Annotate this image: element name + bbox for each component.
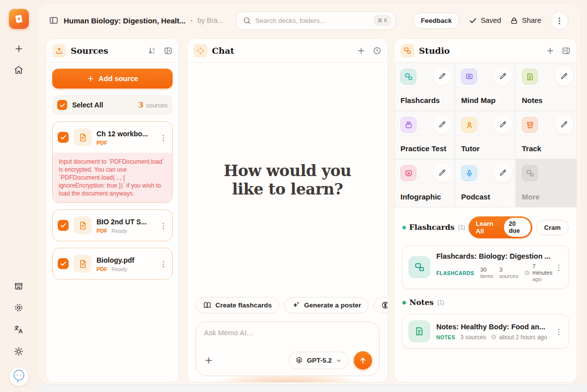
left-rail <box>0 0 37 392</box>
brain-icon <box>381 301 388 309</box>
tile-mind-map[interactable]: Mind Map <box>455 63 516 111</box>
studio-add-button[interactable] <box>546 46 555 55</box>
notes-card[interactable]: Notes: Healthy Body: Food an... NOTES 3 … <box>402 314 569 349</box>
home-button[interactable] <box>9 60 29 80</box>
flashcards-section-dot <box>402 226 406 229</box>
workspace-header: Human Biology: Digestion, Healt... • by … <box>38 4 580 36</box>
tile-track[interactable]: Track <box>516 111 577 159</box>
edit-track-button[interactable] <box>555 115 574 134</box>
select-all-row[interactable]: Select All 3 sources <box>52 95 173 115</box>
home-icon <box>13 65 24 75</box>
flashcards-icon <box>404 73 413 81</box>
source-menu-button[interactable]: ⋮ <box>160 260 167 268</box>
chat-input[interactable] <box>204 329 372 337</box>
tile-podcast[interactable]: Podcast <box>455 159 516 207</box>
notes-icon <box>526 73 534 81</box>
model-selector[interactable]: GPT-5.2 <box>289 352 349 369</box>
notes-sources-stat: 3 sources <box>460 334 486 341</box>
pencil-icon <box>438 72 446 80</box>
select-all-checkbox[interactable] <box>57 100 67 110</box>
page-bottom-strip <box>37 385 587 392</box>
notes-icon <box>414 326 424 336</box>
select-all-label: Select All <box>72 101 103 109</box>
edit-infographic-button[interactable] <box>433 163 452 182</box>
svg-text:Z: Z <box>153 51 155 54</box>
chat-input-box[interactable]: GPT-5.2 <box>196 321 380 376</box>
sidebar-toggle-icon <box>49 15 59 25</box>
user-avatar[interactable] <box>9 367 28 386</box>
source-menu-button[interactable]: ⋮ <box>160 222 167 229</box>
svg-text:A: A <box>153 47 155 50</box>
source-status: Ready <box>111 266 127 272</box>
source-checkbox[interactable] <box>58 258 69 269</box>
notes-menu-button[interactable]: ⋮ <box>555 328 563 335</box>
edit-tutor-button[interactable] <box>493 115 512 134</box>
edit-podcast-button[interactable] <box>493 163 512 182</box>
clock-icon <box>373 46 382 55</box>
search-bar[interactable]: ⌘ K <box>236 11 395 30</box>
tile-tutor[interactable]: Tutor <box>455 111 516 159</box>
tile-more[interactable]: More <box>516 159 577 207</box>
tile-flashcards[interactable]: Flashcards <box>394 63 455 111</box>
search-input[interactable] <box>255 17 370 24</box>
flashcards-section-count: (1) <box>458 224 466 231</box>
edit-notes-button[interactable] <box>555 67 574 86</box>
sidebar-toggle-button[interactable] <box>49 15 59 25</box>
app-logo[interactable] <box>9 9 29 29</box>
source-card[interactable]: Biology.pdf PDF Ready ⋮ <box>52 248 173 280</box>
cram-button[interactable]: Cram <box>536 220 569 235</box>
gear-icon <box>13 302 24 313</box>
tile-practice-test[interactable]: Practice Test <box>394 111 455 159</box>
edit-mind-map-button[interactable] <box>493 67 512 86</box>
due-count-pill[interactable]: 20 due <box>504 218 531 237</box>
chat-history-button[interactable] <box>373 46 382 55</box>
store-button[interactable] <box>9 276 29 295</box>
pencil-icon <box>499 120 507 128</box>
sort-button[interactable]: AZ <box>148 46 157 55</box>
header-more-button[interactable]: ⋮ <box>550 11 569 30</box>
edit-flashcards-button[interactable] <box>433 67 452 86</box>
expand-studio-button[interactable] <box>562 46 571 55</box>
edit-practice-test-button[interactable] <box>433 115 452 134</box>
feedback-button[interactable]: Feedback <box>413 12 460 29</box>
source-menu-button[interactable]: ⋮ <box>160 134 167 141</box>
source-checkbox[interactable] <box>58 132 69 143</box>
attach-button[interactable] <box>204 356 213 365</box>
send-button[interactable] <box>354 351 372 370</box>
deck-menu-button[interactable]: ⋮ <box>555 264 563 271</box>
language-button[interactable] <box>9 319 29 339</box>
notes-card-title: Notes: Healthy Body: Food an... <box>436 323 545 331</box>
tile-infographic[interactable]: Infographic <box>394 159 455 207</box>
learn-all-button[interactable]: Learn All 20 due <box>469 216 532 238</box>
saved-status: Saved <box>469 16 501 25</box>
plus-icon <box>14 44 24 54</box>
flashcards-section-title: Flashcards <box>409 223 455 232</box>
give-me-chip[interactable]: Give me <box>374 297 388 313</box>
more-tools-icon <box>526 169 534 178</box>
add-source-button[interactable]: Add source <box>52 69 173 89</box>
new-chat-button[interactable] <box>357 46 366 55</box>
generate-poster-chip[interactable]: Generate a poster <box>284 297 369 313</box>
notes-section-dot <box>402 301 406 304</box>
chat-empty-state: How would you like to learn? <box>188 63 388 297</box>
share-button[interactable]: Share <box>510 16 541 25</box>
suggestion-chips: Create flashcards Generate a poster Give… <box>188 297 388 313</box>
theme-toggle-button[interactable] <box>9 341 29 361</box>
infographic-icon <box>404 169 413 178</box>
studio-chip <box>400 44 414 58</box>
deck-items-stat: 30 items <box>480 267 493 280</box>
source-card[interactable]: BIO 2nd UT S... PDF Ready ⋮ <box>52 209 173 241</box>
settings-button[interactable] <box>9 297 29 317</box>
avatar-doodle-icon <box>11 369 26 385</box>
flashcards-deck-card[interactable]: Flashcards: Biology: Digestion ... FLASH… <box>402 245 569 289</box>
notes-section-header: Notes (1) <box>394 289 577 312</box>
collapse-sources-button[interactable] <box>164 46 173 55</box>
chat-panel-header: Chat <box>188 39 388 63</box>
new-deck-button[interactable] <box>9 39 29 59</box>
source-checkbox[interactable] <box>58 220 69 231</box>
tile-notes[interactable]: Notes <box>516 63 577 111</box>
create-flashcards-chip[interactable]: Create flashcards <box>196 297 279 313</box>
deck-time-stat: 7 minutes ago <box>532 263 552 283</box>
source-card[interactable]: Ch 12 workbo... PDF ⋮ Input document to … <box>52 121 173 203</box>
pdf-file-icon <box>74 255 92 273</box>
